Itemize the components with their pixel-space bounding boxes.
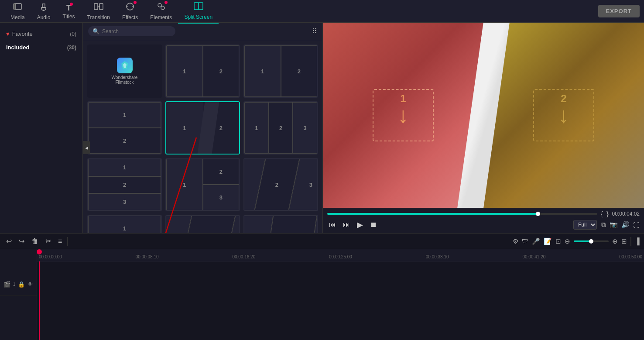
bracket-start-button[interactable]: { [601, 210, 603, 217]
toolbar-item-split-screen[interactable]: Split Screen [178, 0, 219, 24]
split-card-3mixed2[interactable]: 1 2 3 [87, 215, 162, 233]
undo-button[interactable]: ↩ [4, 236, 14, 246]
media-label: Media [10, 14, 25, 21]
collapse-timeline-icon[interactable]: ▐ [635, 237, 640, 245]
eye-icon[interactable]: 👁 [27, 281, 33, 288]
caption-icon[interactable]: 📝 [544, 237, 552, 245]
drop-arrow-1: ↓ [398, 103, 409, 128]
toolbar-item-effects[interactable]: Effects [116, 0, 144, 23]
grid-view-icon[interactable]: ⠿ [312, 27, 317, 35]
heart-icon: ♥ [6, 31, 10, 37]
drop-zone-1[interactable]: 1 ↓ [373, 89, 434, 141]
ws-logo [117, 58, 133, 73]
transition-label: Transition [87, 14, 110, 21]
timeline-right-icons: ⚙ 🛡 🎤 📝 ⊡ ⊖ ⊕ ⊞ ▐ [513, 237, 640, 246]
fullscreen-icon[interactable]: ⛶ [633, 221, 640, 229]
ruler-mark: 00:00:16:20 [232, 254, 255, 259]
split-card-3h[interactable]: 1 2 3 [243, 101, 318, 155]
right-panel: 1 ↓ 2 ↓ [323, 23, 644, 233]
split-card-3v[interactable]: 1 2 3 [87, 158, 162, 211]
sidebar-item-included[interactable]: Included (30) [0, 41, 82, 54]
cell: 1 [166, 45, 203, 97]
redo-button[interactable]: ↪ [17, 236, 26, 246]
drop-zone-2[interactable]: 2 ↓ [533, 89, 594, 141]
cell: 3 [293, 102, 317, 154]
filter-button[interactable]: ≡ [56, 237, 64, 246]
cell: 2 [203, 45, 240, 97]
shield-icon[interactable]: 🛡 [522, 237, 528, 245]
zoom-out-icon[interactable]: ⊖ [565, 237, 570, 245]
track-area [37, 261, 644, 340]
drop-number-2: 2 [561, 93, 566, 105]
progress-fill [327, 213, 538, 215]
export-button[interactable]: EXPORT [598, 5, 640, 17]
wondershare-filmstock-card[interactable]: Wondershare Filmstock [87, 45, 162, 98]
left-panel: ♥ Favorite (0) Included (30) [0, 23, 323, 233]
split-card-2h[interactable]: 1 2 [165, 45, 240, 98]
split-card-3diag[interactable]: 1 2 3 [243, 158, 318, 211]
cell: 1 [88, 159, 161, 176]
sidebar: ♥ Favorite (0) Included (30) [0, 23, 83, 233]
split-card-2diag-selected[interactable]: 1 2 [165, 101, 240, 155]
toolbar-item-transition[interactable]: Transition [81, 0, 116, 23]
ruler: 00:00:00:00 00:00:08:10 00:00:16:20 00:0… [37, 249, 644, 261]
toolbar-item-media[interactable]: Media [4, 0, 31, 23]
settings-icon[interactable]: ⚙ [513, 237, 518, 245]
mic-icon[interactable]: 🎤 [532, 237, 540, 245]
toolbar-item-audio[interactable]: Audio [31, 0, 57, 23]
fit-icon[interactable]: ⊞ [621, 237, 627, 245]
track-label-video: 🎬 1 🔒 👁 [0, 274, 37, 295]
cell: 3 [203, 185, 240, 210]
search-input[interactable] [102, 28, 171, 34]
toolbar-item-elements[interactable]: Elements [144, 0, 178, 23]
search-input-wrap[interactable]: 🔍 [88, 26, 175, 36]
drop-arrow-2: ↓ [558, 103, 569, 128]
sidebar-item-favorite[interactable]: ♥ Favorite (0) [0, 27, 82, 41]
volume-icon[interactable]: 🔊 [621, 221, 630, 229]
included-count: (30) [67, 45, 76, 51]
cell: 1 [166, 159, 203, 210]
screenshot-icon[interactable]: 📷 [610, 221, 618, 229]
cell: 1 [244, 102, 269, 154]
split-card-2v[interactable]: 1 2 [243, 45, 318, 98]
drop-number-1: 1 [400, 93, 406, 105]
step-back-button[interactable]: ⏮ [327, 220, 338, 230]
ruler-mark: 00:00:33:10 [426, 254, 449, 259]
split-card-4diag2[interactable]: 1 2 3 [243, 215, 318, 233]
toolbar-item-titles[interactable]: T Titles [56, 0, 81, 22]
titles-label: Titles [62, 14, 75, 20]
elements-label: Elements [150, 14, 172, 21]
cell: 1 [244, 45, 281, 97]
pip-small-icon[interactable]: ⊡ [555, 237, 561, 245]
stop-button[interactable]: ⏹ [368, 220, 379, 230]
svg-rect-5 [99, 3, 103, 10]
timeline-toolbar: ↩ ↪ 🗑 ✂ ≡ ⚙ 🛡 🎤 📝 ⊡ ⊖ ⊕ ⊞ ▐ [0, 234, 644, 249]
timeline-body: 🎬 1 🔒 👁 00:00:00:00 00:00:08:10 00:00:16… [0, 249, 644, 340]
ruler-mark: 00:00:08:10 [136, 254, 159, 259]
split-card-4diag[interactable]: 1 2 3 [165, 215, 240, 233]
step-frame-back-button[interactable]: ⏭ [341, 220, 352, 230]
preview-left-panel: 1 ↓ [323, 23, 483, 208]
playhead[interactable] [39, 261, 40, 340]
ruler-marks: 00:00:00:00 00:00:08:10 00:00:16:20 00:0… [37, 254, 644, 259]
ruler-mark: 00:00:50:00 [619, 254, 642, 259]
quality-select[interactable]: Full [573, 220, 597, 230]
progress-track[interactable] [327, 213, 597, 215]
zoom-slider[interactable] [574, 240, 609, 242]
pip-icon[interactable]: ⧉ [601, 221, 606, 229]
preview-video: 1 ↓ 2 ↓ [323, 23, 644, 208]
zoom-in-icon[interactable]: ⊕ [612, 237, 618, 245]
delete-button[interactable]: 🗑 [30, 237, 40, 246]
play-button[interactable]: ▶ [355, 219, 365, 230]
preview-controls: { } 00:00:04:02 ⏮ ⏭ ▶ ⏹ Full ⧉ 📷 [323, 208, 644, 233]
lock-icon[interactable]: 🔒 [18, 281, 25, 288]
split-card-3mixed[interactable]: 1 2 3 [165, 158, 240, 211]
bracket-end-button[interactable]: } [606, 210, 609, 217]
transition-icon [94, 2, 103, 14]
split-card-2h-stacked[interactable]: 1 2 [87, 101, 162, 155]
timeline-tracks: 00:00:00:00 00:00:08:10 00:00:16:20 00:0… [37, 249, 644, 340]
collapse-panel-button[interactable]: ◂ [83, 141, 90, 154]
audio-label: Audio [37, 14, 51, 21]
cut-button[interactable]: ✂ [44, 236, 53, 246]
cell: 1 [88, 216, 161, 233]
